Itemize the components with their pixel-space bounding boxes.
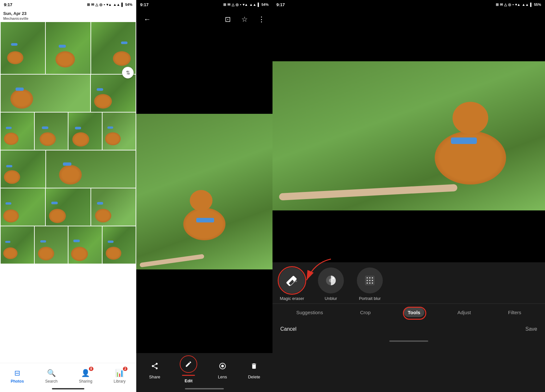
photo-cell[interactable] bbox=[91, 188, 136, 226]
gesture-indicator bbox=[52, 388, 84, 389]
photos-panel: 9:17 ⊞ ✉ △ ◎ • ▾▲ ▲▲ ▌ 54% Sun, Apr 23 M… bbox=[0, 0, 136, 392]
status-icons-edit: ⊞ ✉ △ ◎ • ▾▲ ▲▲ ▌ 54% bbox=[223, 3, 269, 7]
status-bar-edit: 9:17 ⊞ ✉ △ ◎ • ▾▲ ▲▲ ▌ 54% bbox=[136, 0, 272, 9]
battery-pct-edit: 54% bbox=[261, 3, 269, 6]
mail-icon-edit: ✉ bbox=[227, 3, 230, 7]
save-button[interactable]: Save bbox=[526, 326, 537, 332]
dot-icon: • bbox=[104, 3, 105, 6]
location-label: Mechanicsville bbox=[3, 17, 29, 20]
delete-label: Delete bbox=[248, 374, 260, 379]
scroll-button[interactable]: ⇅ bbox=[122, 67, 134, 78]
lens-icon bbox=[216, 360, 229, 373]
svg-point-16 bbox=[372, 282, 373, 284]
back-button[interactable]: ← bbox=[141, 14, 153, 25]
bottom-gesture-edit bbox=[136, 386, 272, 392]
lens-action[interactable]: Lens bbox=[216, 360, 229, 379]
bell-icon-edit: △ bbox=[232, 3, 234, 7]
cancel-button[interactable]: Cancel bbox=[280, 326, 297, 332]
unblur-tool[interactable]: Unblur bbox=[318, 267, 344, 301]
library-badge: 2 bbox=[123, 367, 127, 371]
photo-cell[interactable] bbox=[46, 188, 90, 226]
delete-action[interactable]: Delete bbox=[248, 360, 260, 379]
tools-actions-row: Cancel Save bbox=[272, 321, 545, 337]
status-bar-photos: 9:17 ⊞ ✉ △ ◎ • ▾▲ ▲▲ ▌ 54% bbox=[0, 0, 136, 9]
photo-cell[interactable] bbox=[35, 113, 68, 150]
time-tools: 9:17 bbox=[276, 2, 285, 7]
battery-icon-edit: ▌ bbox=[258, 3, 260, 6]
nav-sharing-label: Sharing bbox=[79, 379, 92, 384]
edit-active-indicator bbox=[182, 375, 195, 376]
location-icon: ◎ bbox=[99, 3, 103, 7]
tab-adjust[interactable]: Adjust bbox=[454, 308, 475, 317]
location-icon-tools: ◎ bbox=[508, 3, 511, 7]
nav-library[interactable]: 📊 2 Library bbox=[114, 369, 126, 384]
photo-cell[interactable] bbox=[91, 22, 136, 74]
signal-icon-tools: ▲▲ bbox=[522, 3, 529, 6]
photo-viewer[interactable] bbox=[136, 30, 272, 353]
status-icons-photos: ⊞ ✉ △ ◎ • ▾▲ ▲▲ ▌ 54% bbox=[87, 3, 132, 7]
magic-eraser-tool[interactable]: Magic eraser bbox=[279, 267, 305, 301]
portrait-blur-icon bbox=[357, 267, 383, 293]
tab-filters[interactable]: Filters bbox=[504, 308, 525, 317]
favorite-button[interactable]: ☆ bbox=[239, 14, 250, 25]
battery-pct-tools: 55% bbox=[534, 3, 541, 6]
dot-icon-edit: • bbox=[240, 3, 241, 6]
date-label: Sun, Apr 23 bbox=[3, 11, 27, 16]
battery-icon-tools: ▌ bbox=[530, 3, 533, 6]
edit-action[interactable]: Edit bbox=[180, 355, 197, 383]
more-button[interactable]: ⋮ bbox=[256, 14, 267, 25]
photo-cell[interactable] bbox=[1, 113, 34, 150]
nav-sharing[interactable]: 👤 8 Sharing bbox=[79, 369, 92, 384]
edit-header-right: ⊡ ☆ ⋮ bbox=[222, 14, 267, 25]
photo-cell[interactable] bbox=[68, 113, 102, 150]
svg-point-8 bbox=[367, 277, 368, 279]
svg-point-14 bbox=[367, 282, 368, 284]
magic-eraser-label: Magic eraser bbox=[280, 296, 304, 301]
mail-icon: ✉ bbox=[91, 3, 94, 7]
date-header: Sun, Apr 23 Mechanicsville bbox=[0, 9, 136, 21]
tab-tools[interactable]: Tools bbox=[404, 308, 424, 317]
photo-cell[interactable] bbox=[1, 75, 90, 112]
nav-search[interactable]: 🔍 Search bbox=[45, 369, 57, 384]
signal-icon-edit: ▲▲ bbox=[249, 3, 256, 6]
svg-point-13 bbox=[372, 280, 373, 281]
nav-photos-label: Photos bbox=[11, 379, 24, 384]
sharing-icon: 👤 8 bbox=[81, 369, 90, 378]
grid-row-3 bbox=[1, 113, 136, 150]
nav-photos[interactable]: ⊟ Photos bbox=[11, 369, 24, 384]
sharing-badge: 8 bbox=[89, 367, 93, 371]
grid-icon-tools: ⊞ bbox=[496, 3, 499, 7]
edit-label: Edit bbox=[185, 378, 193, 383]
svg-rect-3 bbox=[293, 280, 297, 282]
portrait-blur-tool[interactable]: Portrait blur bbox=[357, 267, 383, 301]
search-icon: 🔍 bbox=[47, 369, 56, 378]
status-icons-tools: ⊞ ✉ △ ◎ • ▾▲ ▲▲ ▌ 55% bbox=[496, 3, 541, 7]
tools-tabs: Suggestions Crop Tools Adjust Filters bbox=[272, 303, 545, 321]
edit-bottom-bar: Share Edit Lens bbox=[136, 353, 272, 392]
bell-icon: △ bbox=[95, 3, 98, 7]
grid-row-4 bbox=[1, 150, 136, 188]
tab-crop[interactable]: Crop bbox=[356, 308, 375, 317]
photo-cell[interactable] bbox=[1, 22, 45, 74]
bottom-nav: ⊟ Photos 🔍 Search 👤 8 Sharing 📊 2 Librar… bbox=[0, 363, 136, 392]
photo-cell[interactable] bbox=[1, 150, 45, 188]
photo-cell[interactable] bbox=[1, 188, 45, 226]
photo-cell[interactable] bbox=[103, 113, 136, 150]
cast-button[interactable]: ⊡ bbox=[222, 14, 234, 25]
photo-cell[interactable] bbox=[46, 22, 90, 74]
photo-cell[interactable] bbox=[103, 226, 136, 264]
photo-cell[interactable] bbox=[91, 75, 136, 112]
tools-icons-row: Magic eraser Unblur bbox=[272, 262, 545, 303]
photo-cell[interactable] bbox=[46, 150, 136, 188]
photo-cell[interactable] bbox=[35, 226, 68, 264]
mail-icon-tools: ✉ bbox=[500, 3, 503, 7]
share-action[interactable]: Share bbox=[148, 360, 161, 379]
edit-panel: 9:17 ⊞ ✉ △ ◎ • ▾▲ ▲▲ ▌ 54% ← ⊡ ☆ ⋮ bbox=[136, 0, 272, 392]
tab-suggestions[interactable]: Suggestions bbox=[292, 308, 327, 317]
edit-actions-row: Share Edit Lens bbox=[136, 353, 272, 386]
photo-cell[interactable] bbox=[68, 226, 102, 264]
gesture-line-tools bbox=[389, 340, 428, 342]
grid-icon-edit: ⊞ bbox=[223, 3, 226, 7]
magic-eraser-icon bbox=[279, 267, 305, 293]
photo-cell[interactable] bbox=[1, 226, 34, 264]
